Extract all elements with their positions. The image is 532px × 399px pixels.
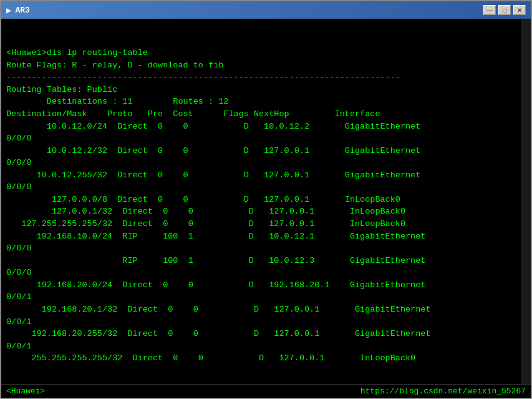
close-button[interactable]: ✕ — [513, 5, 526, 15]
terminal-line: Routing Tables: Public — [6, 84, 516, 96]
terminal-line: 0/0/0 — [6, 157, 516, 169]
terminal-line: 192.168.20.0/24 Direct 0 0 D 192.168.20.… — [6, 279, 516, 292]
terminal-line: 127.0.0.1/32 Direct 0 0 D 127.0.0.1 InLo… — [6, 205, 516, 218]
title-bar-buttons: — □ ✕ — [483, 5, 526, 15]
terminal-line: 10.0.12.0/24 Direct 0 0 D 10.0.12.2 Giga… — [6, 121, 516, 133]
window-icon: ▶ — [6, 5, 11, 16]
terminal-line: 0/0/1 — [6, 316, 516, 328]
main-window: ▶ AR3 — □ ✕ <Huawei>dis ip routing-table… — [0, 0, 532, 399]
terminal-line: ----------------------------------------… — [6, 71, 516, 84]
terminal-line: 0/0/0 — [6, 181, 516, 194]
terminal-line: 0/0/1 — [6, 291, 516, 303]
terminal-line: 0/0/0 — [6, 242, 516, 255]
terminal-line: 10.0.12.2/32 Direct 0 0 D 127.0.0.1 Giga… — [6, 145, 516, 157]
window-title: AR3 — [15, 6, 29, 15]
terminal-line: Destinations : 11 Routes : 12 — [6, 96, 516, 108]
terminal-line: <Huawei>dis ip routing-table — [6, 47, 516, 59]
terminal-line: 127.0.0.0/8 Direct 0 0 D 127.0.0.1 InLoo… — [6, 194, 516, 206]
terminal-line: 10.0.12.255/32 Direct 0 0 D 127.0.0.1 Gi… — [6, 169, 516, 182]
minimize-button[interactable]: — — [483, 5, 496, 15]
cursor-line — [6, 365, 516, 377]
terminal-line: RIP 100 1 D 10.0.12.3 GigabitEthernet — [6, 255, 516, 267]
terminal-prompt: <Huawei> — [6, 387, 45, 396]
status-url: https://blog.csdn.net/weixin_55267 — [360, 387, 526, 396]
terminal-line: 192.168.10.0/24 RIP 100 1 D 10.0.12.1 Gi… — [6, 230, 516, 243]
terminal-line: 0/0/1 — [6, 340, 516, 353]
title-bar-left: ▶ AR3 — [6, 5, 30, 16]
status-bar: <Huawei> https://blog.csdn.net/weixin_55… — [1, 384, 531, 398]
terminal-line: 127.255.255.255/32 Direct 0 0 D 127.0.0.… — [6, 218, 516, 230]
terminal-line: 192.168.20.1/32 Direct 0 0 D 127.0.0.1 G… — [6, 303, 516, 316]
terminal-line: 192.168.20.255/32 Direct 0 0 D 127.0.0.1… — [6, 328, 516, 340]
maximize-button[interactable]: □ — [498, 5, 511, 15]
terminal-line: 255.255.255.255/32 Direct 0 0 D 127.0.0.… — [6, 352, 516, 365]
title-bar: ▶ AR3 — □ ✕ — [1, 1, 531, 19]
terminal-line: Route Flags: R - relay, D - download to … — [6, 59, 516, 72]
terminal-line: Destination/Mask Proto Pre Cost Flags Ne… — [6, 108, 516, 121]
terminal-line: 0/0/0 — [6, 267, 516, 279]
terminal-area[interactable]: <Huawei>dis ip routing-tableRoute Flags:… — [1, 19, 531, 384]
terminal-line: 0/0/0 — [6, 132, 516, 145]
terminal-content: <Huawei>dis ip routing-tableRoute Flags:… — [6, 47, 516, 377]
scrollbar[interactable] — [521, 19, 531, 384]
